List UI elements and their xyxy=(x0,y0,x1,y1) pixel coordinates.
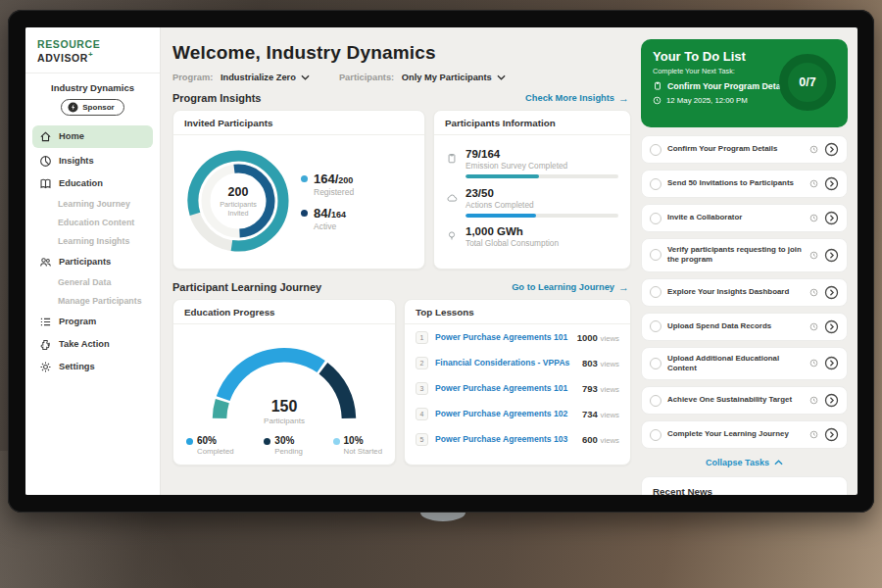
sidebar-item-manage-participants[interactable]: Manage Participants xyxy=(25,292,160,311)
task-clock-icon xyxy=(809,359,818,368)
sidebar-item-take-action[interactable]: Take Action xyxy=(25,333,160,356)
task-clock-icon xyxy=(809,251,818,260)
sidebar-item-learning-journey[interactable]: Learning Journey xyxy=(25,195,160,214)
task-item[interactable]: Upload Spend Data Records xyxy=(641,313,848,341)
sidebar-item-settings[interactable]: Settings xyxy=(25,356,160,378)
check-more-insights-link[interactable]: Check More Insights → xyxy=(525,92,629,104)
task-item[interactable]: Achieve One Sustainability Target xyxy=(641,386,848,415)
task-chevron-button[interactable] xyxy=(824,393,839,408)
lesson-row: 1 Power Purchase Agreements 101 1000 vie… xyxy=(405,324,630,350)
participants-filter[interactable]: Participants: Only My Participants xyxy=(339,73,506,82)
task-chevron-button[interactable] xyxy=(824,319,839,334)
education-progress-card: Education Progress 150 Participants xyxy=(172,299,396,466)
task-item[interactable]: Invite a Collaborator xyxy=(641,204,848,232)
sidebar-item-participants[interactable]: Participants xyxy=(25,251,160,273)
task-chevron-button[interactable] xyxy=(824,176,839,191)
lesson-row: 3 Power Purchase Agreements 101 793 view… xyxy=(405,375,630,401)
org-name: Industry Dynamics xyxy=(25,82,160,93)
task-item[interactable]: Upload Additional Educational Content xyxy=(641,347,848,381)
photo-background: RESOURCE ADVISOR+ Industry Dynamics Spon… xyxy=(0,0,882,588)
invited-donut-chart: 200 Participants Invited xyxy=(179,142,297,260)
go-to-learning-journey-link[interactable]: Go to Learning Journey → xyxy=(512,281,629,293)
registered-dot xyxy=(301,175,308,182)
task-chevron-button[interactable] xyxy=(824,427,839,442)
lesson-row: 4 Power Purchase Agreements 102 734 view… xyxy=(405,401,630,426)
task-checkbox[interactable] xyxy=(650,395,662,407)
gauge-center-label: Participants xyxy=(196,416,372,425)
todo-summary-card: Your To Do List Complete Your Next Task:… xyxy=(641,39,848,127)
lesson-link[interactable]: Power Purchase Agreements 101 xyxy=(435,332,570,342)
program-icon xyxy=(39,316,52,328)
arrow-right-icon: → xyxy=(618,281,629,293)
task-checkbox[interactable] xyxy=(650,358,662,369)
task-checkbox[interactable] xyxy=(650,249,662,261)
participants-filter-label: Participants: xyxy=(339,73,394,82)
task-checkbox[interactable] xyxy=(650,286,662,298)
task-checkbox[interactable] xyxy=(650,429,662,441)
sidebar-item-label: Program xyxy=(59,317,96,326)
lesson-link[interactable]: Power Purchase Agreements 101 xyxy=(435,383,575,393)
todo-due-date: 12 May 2025, 12:00 PM xyxy=(666,96,748,105)
sidebar-item-general-data[interactable]: General Data xyxy=(25,273,160,292)
donut-center-value: 200 xyxy=(228,185,249,199)
sidebar-item-label: Home xyxy=(59,131,84,141)
sidebar: RESOURCE ADVISOR+ Industry Dynamics Spon… xyxy=(25,27,161,495)
task-item[interactable]: Complete Your Learning Journey xyxy=(641,420,848,449)
sidebar-item-insights[interactable]: Insights xyxy=(25,150,160,172)
lesson-row: 5 Power Purchase Agreements 103 600 view… xyxy=(405,426,630,452)
emission-survey-stat: 79/164 Emission Survey Completed xyxy=(446,148,618,178)
sidebar-item-label: Participants xyxy=(59,257,111,267)
task-chevron-button[interactable] xyxy=(824,142,839,157)
task-chevron-button[interactable] xyxy=(824,211,839,225)
lessons-card-title: Top Lessons xyxy=(405,300,630,324)
task-item[interactable]: Explore Your Insights Dashboard xyxy=(641,278,848,307)
actions-progress-bar xyxy=(466,214,618,218)
task-chevron-button[interactable] xyxy=(824,285,839,300)
monitor-bezel: RESOURCE ADVISOR+ Industry Dynamics Spon… xyxy=(8,10,874,513)
home-icon xyxy=(39,130,52,143)
task-checkbox[interactable] xyxy=(650,320,662,332)
legend-completed: 60% Completed xyxy=(186,435,234,456)
content-area: Welcome, Industry Dynamics Program: Indu… xyxy=(161,27,858,495)
chevron-down-icon xyxy=(301,74,310,80)
clipboard-icon xyxy=(653,80,662,91)
donut-center-label: Participants Invited xyxy=(211,200,266,218)
participants-information-card: Participants Information 79/164 Emission… xyxy=(433,110,631,270)
lesson-link[interactable]: Financial Considerations - VPPAs xyxy=(435,358,575,368)
lesson-link[interactable]: Power Purchase Agreements 103 xyxy=(435,434,575,444)
survey-clipboard-icon xyxy=(446,151,458,178)
task-item[interactable]: Confirm Your Program Details xyxy=(641,135,848,164)
sidebar-item-education[interactable]: Education xyxy=(25,172,160,195)
program-filter[interactable]: Program: Industrialize Zero xyxy=(172,73,310,82)
task-checkbox[interactable] xyxy=(650,144,662,156)
sidebar-item-label: Settings xyxy=(59,362,95,371)
recent-news-title: Recent News xyxy=(653,486,712,495)
task-clock-icon xyxy=(809,396,818,405)
actions-completed-stat: 23/50 Actions Completed xyxy=(446,187,618,218)
sidebar-item-learning-insights[interactable]: Learning Insights xyxy=(25,232,160,251)
logo-text-primary: RESOURCE xyxy=(37,38,100,50)
learning-journey-title: Participant Learning Journey xyxy=(172,281,321,293)
consumption-bulb-icon xyxy=(446,228,458,252)
task-checkbox[interactable] xyxy=(650,213,662,224)
task-item[interactable]: Verify participants requesting to join t… xyxy=(641,238,848,272)
sponsor-badge[interactable]: Sponsor xyxy=(61,99,123,116)
collapse-tasks-link[interactable]: Collapse Tasks xyxy=(641,458,848,467)
arrow-right-icon: → xyxy=(618,92,629,104)
consumption-stat: 1,000 GWh Total Global Consumption xyxy=(446,225,618,252)
task-chevron-button[interactable] xyxy=(824,248,839,263)
lesson-link[interactable]: Power Purchase Agreements 102 xyxy=(435,409,575,418)
education-icon xyxy=(39,177,52,190)
chevron-down-icon xyxy=(497,74,506,80)
actions-cloud-icon xyxy=(446,190,458,218)
sidebar-item-education-content[interactable]: Education Content xyxy=(25,214,160,232)
task-checkbox[interactable] xyxy=(650,178,662,190)
task-clock-icon xyxy=(809,288,818,297)
emission-progress-bar xyxy=(466,174,618,178)
sidebar-item-program[interactable]: Program xyxy=(25,311,160,333)
task-clock-icon xyxy=(809,179,818,188)
logo-plus: + xyxy=(88,50,93,59)
task-item[interactable]: Send 50 Invitations to Participants xyxy=(641,170,848,198)
task-chevron-button[interactable] xyxy=(824,356,839,370)
sidebar-item-home[interactable]: Home xyxy=(32,125,153,148)
